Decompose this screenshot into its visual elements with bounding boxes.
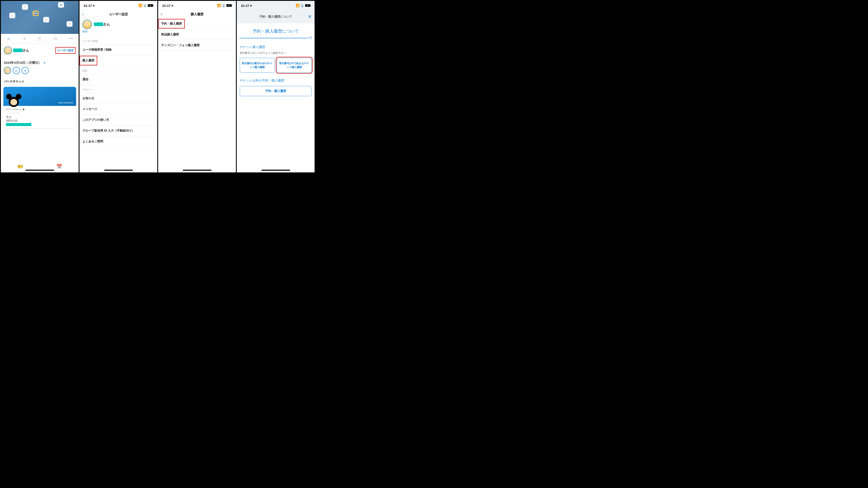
nav-header: ‹ ユーザー設定 bbox=[80, 10, 157, 19]
modal-header-title: 予約・購入履歴について bbox=[259, 15, 292, 19]
item-faq[interactable]: よくあるご質問 bbox=[80, 136, 157, 147]
item-goods-history[interactable]: 商品購入履歴 bbox=[158, 29, 236, 40]
screen-about-history: 21:17➤ 📶📡E 予約・購入履歴について ✕ 予約・購入履歴について チケッ… bbox=[237, 1, 315, 172]
map-pin[interactable]: 🍴 bbox=[9, 13, 15, 18]
avatar-chip[interactable]: ☺ bbox=[13, 67, 20, 74]
home-indicator[interactable] bbox=[183, 170, 211, 171]
status-bar: 21:17➤ 📶📡E bbox=[158, 1, 236, 10]
ticket-icon[interactable]: 🎫 bbox=[18, 164, 23, 169]
divider bbox=[237, 37, 315, 39]
signal-icon: 📶 bbox=[296, 4, 300, 7]
tab-shop[interactable]: 🛍 bbox=[50, 36, 61, 41]
button-row: 受付番号が数字のみのチケット購入履歴 受付番号がAで始まるチケット購入履歴 bbox=[237, 58, 315, 73]
ticket-date: 2023.4.10 bbox=[6, 119, 73, 122]
wifi-icon: 📡 bbox=[143, 4, 147, 7]
ticket-image: Tokyo Disneyland bbox=[3, 87, 76, 106]
section-park-ticket: パークチケット bbox=[1, 78, 79, 85]
location-icon: ➤ bbox=[250, 4, 252, 7]
user-settings-button[interactable]: ユーザー設定 bbox=[55, 47, 76, 54]
item-notifications[interactable]: 通知 bbox=[80, 74, 157, 85]
user-name: XXさん bbox=[13, 48, 29, 53]
date-selector[interactable]: 2023年4月10日（月曜日） ▼ bbox=[1, 57, 79, 67]
map-pin[interactable]: 🍴 bbox=[22, 4, 28, 10]
back-button[interactable]: ‹ bbox=[161, 12, 162, 17]
map-pin-restroom[interactable]: 🚻 bbox=[33, 10, 38, 16]
avatar[interactable] bbox=[4, 46, 12, 55]
home-indicator[interactable] bbox=[261, 170, 290, 171]
item-edit-delete[interactable]: ユーザ情報変更 / 削除 bbox=[80, 44, 157, 55]
section-support: サポート bbox=[80, 85, 157, 93]
signal-icon: 📶 bbox=[138, 4, 143, 7]
page-title: 購入履歴 bbox=[191, 12, 204, 16]
item-reservation-history[interactable]: 予約・購入履歴 bbox=[158, 19, 185, 29]
profile-block: XXさん bbox=[80, 19, 157, 29]
battery-icon: E bbox=[226, 4, 232, 7]
tab-restaurant[interactable]: 🍴 bbox=[34, 36, 45, 41]
item-group-id[interactable]: グループ参加用 ID 入力（手動紐付け） bbox=[80, 125, 157, 136]
park-logo: Tokyo Disneyland bbox=[58, 102, 73, 104]
tab-more[interactable]: ••• bbox=[65, 36, 76, 41]
wifi-icon: 📡 bbox=[222, 4, 226, 7]
battery-icon: E bbox=[305, 4, 310, 7]
location-icon: ➤ bbox=[93, 4, 95, 7]
description: 受付番号に応じて以下よりご確認下さい。 bbox=[237, 51, 315, 58]
screen-home: 21:17➤ 📶 📡 E 🍴 🍴 🍴 🛍 🍴 🚻 ⌂ ✦ 🍴 🛍 ••• XXさ… bbox=[1, 1, 79, 172]
btn-alpha-receipt[interactable]: 受付番号がAで始まるチケット購入履歴 bbox=[277, 58, 312, 73]
ticket-card[interactable]: Tokyo Disneyland 1デーパスポート ◆ ニックネーム 大人 20… bbox=[3, 87, 76, 128]
date-label: 2023年4月10日（月曜日） bbox=[4, 61, 41, 65]
subheading-other-history: チケット以外の予約・購入履歴 bbox=[237, 73, 315, 84]
chevron-down-icon: ▼ bbox=[43, 61, 46, 64]
status-bar: 21:17➤ 📶📡E bbox=[237, 1, 315, 10]
map-pin[interactable]: 🍴 bbox=[67, 21, 72, 27]
page-title: ユーザー設定 bbox=[109, 12, 128, 16]
close-button[interactable]: ✕ bbox=[308, 14, 312, 20]
btn-reservation-history[interactable]: 予約・購入履歴 bbox=[240, 86, 312, 96]
avatar-chip[interactable] bbox=[4, 67, 11, 74]
map-pin[interactable]: 🍴 bbox=[43, 17, 49, 23]
item-purchase-history[interactable]: 購入履歴 bbox=[80, 56, 97, 65]
screen-user-settings: 21:17➤ 📶📡E ‹ ユーザー設定 XXさん 変更 ユーザー情報 ユーザ情報… bbox=[80, 1, 157, 172]
wifi-icon: 📡 bbox=[300, 4, 304, 7]
home-indicator[interactable] bbox=[25, 170, 54, 171]
item-messages[interactable]: メッセージ bbox=[80, 104, 157, 115]
item-photo-history[interactable]: ディズニー・フォト購入履歴 bbox=[158, 40, 236, 51]
avatar[interactable] bbox=[83, 20, 92, 29]
modal-header: 予約・購入履歴について ✕ bbox=[237, 10, 315, 23]
battery-icon: E bbox=[148, 4, 153, 7]
item-news[interactable]: お知らせ bbox=[80, 93, 157, 104]
ticket-id-masked bbox=[6, 123, 31, 126]
modal-title: 予約・購入履歴について bbox=[237, 23, 315, 37]
nav-header: ‹ 購入履歴 bbox=[158, 10, 236, 19]
item-how-to[interactable]: このアプリの使い方 bbox=[80, 115, 157, 125]
map-area[interactable]: 21:17➤ 📶 📡 E 🍴 🍴 🍴 🛍 🍴 🚻 bbox=[1, 1, 79, 34]
subheading-ticket-history: チケット購入履歴 bbox=[237, 39, 315, 51]
mickey-icon bbox=[309, 37, 312, 39]
map-pin[interactable]: 🛍 bbox=[58, 2, 64, 8]
location-icon: ➤ bbox=[171, 4, 174, 7]
screen-purchase-history: 21:17➤ 📶📡E ‹ 購入履歴 予約・購入履歴 商品購入履歴 ディズニー・フ… bbox=[158, 1, 236, 172]
btn-numeric-receipt[interactable]: 受付番号が数字のみのチケット購入履歴 bbox=[240, 58, 275, 73]
tab-attraction[interactable]: ✦ bbox=[19, 36, 29, 41]
tab-bar: ⌂ ✦ 🍴 🛍 ••• bbox=[1, 34, 79, 44]
change-link[interactable]: 変更 bbox=[80, 29, 157, 36]
ticket-nickname: ニックネーム bbox=[6, 111, 73, 115]
section-user-info: ユーザー情報 bbox=[80, 36, 157, 44]
section-settings: 設定 bbox=[80, 66, 157, 74]
bottom-actions: 🎫 📅 bbox=[1, 164, 79, 169]
ticket-age: 大人 bbox=[6, 115, 73, 119]
avatar-chips: ☺ ＋ bbox=[1, 67, 79, 78]
signal-icon: 📶 bbox=[217, 4, 221, 7]
back-button[interactable]: ‹ bbox=[82, 12, 84, 17]
user-row: XXさん ユーザー設定 bbox=[1, 44, 79, 57]
calendar-icon[interactable]: 📅 bbox=[56, 164, 62, 169]
user-name: XXさん bbox=[94, 22, 110, 27]
tab-home[interactable]: ⌂ bbox=[3, 36, 14, 41]
ticket-type: 1デーパスポート ◆ bbox=[6, 108, 73, 111]
add-user-button[interactable]: ＋ bbox=[22, 67, 29, 74]
status-bar: 21:17➤ 📶📡E bbox=[80, 1, 157, 10]
home-indicator[interactable] bbox=[104, 170, 133, 171]
